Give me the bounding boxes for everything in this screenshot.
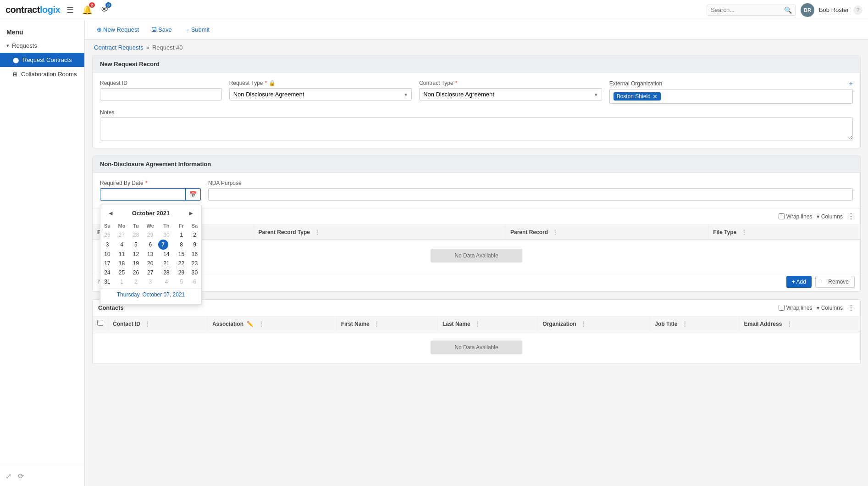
calendar-day[interactable]: 5 xyxy=(175,277,188,286)
request-id-input[interactable]: 0 xyxy=(100,88,222,101)
col-menu-icon[interactable]: ⋮ xyxy=(552,229,558,235)
org-col-menu[interactable]: ⋮ xyxy=(581,320,586,327)
logo[interactable]: contractlogix xyxy=(6,5,60,15)
columns-button[interactable]: ▾ Columns xyxy=(817,213,843,220)
calendar-day[interactable]: 19 xyxy=(129,259,143,268)
calendar-day[interactable]: 6 xyxy=(143,240,158,250)
calendar-day[interactable]: 24 xyxy=(100,268,114,277)
calendar-day[interactable]: 25 xyxy=(114,268,129,277)
calendar-day[interactable]: 21 xyxy=(158,259,175,268)
contacts-select-all-checkbox[interactable] xyxy=(97,320,103,326)
calendar-button[interactable]: 📅 xyxy=(186,188,201,201)
calendar-day[interactable]: 5 xyxy=(129,240,143,250)
external-org-add-button[interactable]: + xyxy=(849,80,853,87)
submit-icon: → xyxy=(184,26,190,33)
calendar-day[interactable]: 17 xyxy=(100,259,114,268)
date-input[interactable] xyxy=(100,188,186,201)
expand-button[interactable]: ⤢ xyxy=(6,472,11,480)
more-options-button[interactable]: ⋮ xyxy=(847,212,855,221)
nda-purpose-input[interactable] xyxy=(208,188,853,201)
contacts-wrap-lines-checkbox[interactable] xyxy=(779,305,785,311)
search-input[interactable] xyxy=(711,6,784,13)
search-icon[interactable]: 🔍 xyxy=(784,6,792,14)
association-col-menu[interactable]: ⋮ xyxy=(258,320,264,327)
calendar-day[interactable]: 23 xyxy=(188,259,201,268)
calendar-day[interactable]: 10 xyxy=(100,250,114,259)
hamburger-menu-button[interactable]: ☰ xyxy=(65,3,76,17)
calendar-day[interactable]: 15 xyxy=(175,250,188,259)
calendar-day[interactable]: 2 xyxy=(129,277,143,286)
calendar-day[interactable]: 26 xyxy=(100,230,114,240)
calendar-day[interactable]: 31 xyxy=(100,277,114,286)
calendar-day[interactable]: 3 xyxy=(143,277,158,286)
calendar-day[interactable]: 12 xyxy=(129,250,143,259)
wrap-lines-checkbox[interactable] xyxy=(779,213,785,219)
calendar-day[interactable]: 20 xyxy=(143,259,158,268)
tag-remove-button[interactable]: ✕ xyxy=(652,94,658,100)
notes-textarea[interactable] xyxy=(100,117,853,140)
contacts-wrap-lines-label[interactable]: Wrap lines xyxy=(779,305,812,311)
calendar-day[interactable]: 18 xyxy=(114,259,129,268)
calendar-day[interactable]: 29 xyxy=(175,268,188,277)
nda-purpose-field: NDA Purpose xyxy=(208,180,853,201)
calendar-day[interactable]: 28 xyxy=(158,268,175,277)
col-menu-icon[interactable]: ⋮ xyxy=(314,229,320,235)
last-name-col-menu[interactable]: ⋮ xyxy=(475,320,481,327)
calendar-day[interactable]: 1 xyxy=(114,277,129,286)
association-edit-icon[interactable]: ✏️ xyxy=(247,321,254,327)
contract-type-select[interactable]: Non Disclosure Agreement Service Agreeme… xyxy=(419,88,602,101)
contacts-more-button[interactable]: ⋮ xyxy=(847,303,855,312)
calendar-day[interactable]: 4 xyxy=(114,240,129,250)
calendar-day[interactable]: 14 xyxy=(158,250,175,259)
refresh-button[interactable]: ⟳ xyxy=(18,472,24,480)
contacts-columns-button[interactable]: ▾ Columns xyxy=(817,305,843,311)
avatar[interactable]: BR xyxy=(801,3,814,17)
calendar-day[interactable]: 13 xyxy=(143,250,158,259)
calendar-day[interactable]: 28 xyxy=(129,230,143,240)
new-request-button[interactable]: ⊕ New Request xyxy=(92,24,144,35)
contract-type-field: Contract Type * Non Disclosure Agreement… xyxy=(419,80,602,101)
email-col-menu[interactable]: ⋮ xyxy=(786,320,792,327)
breadcrumb-link[interactable]: Contract Requests xyxy=(94,44,144,51)
first-name-col-menu[interactable]: ⋮ xyxy=(374,320,380,327)
calendar-day[interactable]: 27 xyxy=(143,268,158,277)
files-add-button[interactable]: + Add xyxy=(786,276,812,288)
calendar-day[interactable]: 3 xyxy=(100,240,114,250)
calendar-grid: Su Mo Tu We Th Fr Sa xyxy=(100,221,201,286)
calendar-day[interactable]: 29 xyxy=(143,230,158,240)
calendar-day[interactable]: 4 xyxy=(158,277,175,286)
sidebar-group-requests[interactable]: ▾ Requests xyxy=(0,39,84,53)
save-button[interactable]: 🖫 Save xyxy=(146,24,177,35)
calendar-day[interactable]: 6 xyxy=(188,277,201,286)
request-type-select[interactable]: Non Disclosure Agreement Service Agreeme… xyxy=(229,88,412,101)
files-remove-button[interactable]: — Remove xyxy=(815,276,855,288)
submit-button[interactable]: → Submit xyxy=(179,24,214,35)
calendar-next-button[interactable]: ► xyxy=(185,209,197,218)
calendar-prev-button[interactable]: ◄ xyxy=(105,209,116,218)
contact-id-col-menu[interactable]: ⋮ xyxy=(144,320,150,327)
cal-header-fr: Fr xyxy=(175,221,188,230)
calendar-day[interactable]: 1 xyxy=(175,230,188,240)
job-title-col-menu[interactable]: ⋮ xyxy=(682,320,688,327)
calendar-day[interactable]: 22 xyxy=(175,259,188,268)
calendar-day[interactable]: 27 xyxy=(114,230,129,240)
col-menu-icon[interactable]: ⋮ xyxy=(741,229,747,235)
topbar: contractlogix ☰ 🔔 2 👁 3 🔍 BR Bob Roster … xyxy=(0,0,868,20)
sidebar-item-request-contracts[interactable]: ⬤ Request Contracts xyxy=(0,53,84,67)
calendar-day[interactable]: 11 xyxy=(114,250,129,259)
sidebar-menu-label: Menu xyxy=(0,24,84,39)
calendar-day[interactable]: 30 xyxy=(188,268,201,277)
sidebar-item-collaboration-rooms[interactable]: ⊞ Collaboration Rooms xyxy=(0,67,84,81)
calendar-day[interactable]: 26 xyxy=(129,268,143,277)
calendar-day[interactable]: 7 xyxy=(158,240,168,250)
calendar-day[interactable]: 9 xyxy=(188,240,201,250)
help-icon[interactable]: ? xyxy=(853,6,862,15)
calendar-day[interactable]: 16 xyxy=(188,250,201,259)
files-table-footer: No data + Add — Remove xyxy=(93,272,860,291)
calendar-day[interactable]: 8 xyxy=(175,240,188,250)
calendar-day[interactable]: 2 xyxy=(188,230,201,240)
breadcrumb-separator: » xyxy=(146,44,149,51)
wrap-lines-checkbox-label[interactable]: Wrap lines xyxy=(779,213,812,220)
user-name[interactable]: Bob Roster xyxy=(819,6,849,13)
calendar-day[interactable]: 30 xyxy=(158,230,175,240)
